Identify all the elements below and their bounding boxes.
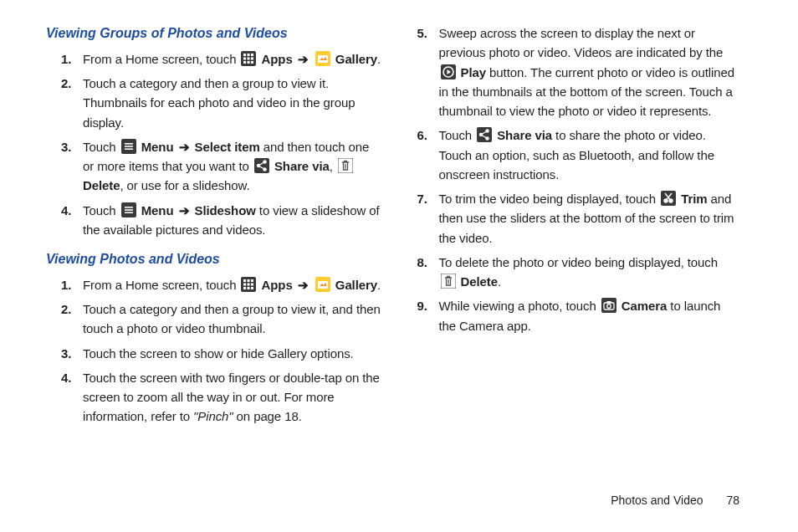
- svg-rect-37: [251, 287, 253, 289]
- svg-rect-32: [243, 283, 246, 285]
- pinch-reference: "Pinch": [193, 409, 233, 423]
- svg-rect-29: [243, 279, 246, 282]
- arrow-icon: ➔: [298, 52, 309, 66]
- text: ,: [330, 159, 336, 173]
- step-4: Touch Menu ➔ Slideshow to view a slidesh…: [83, 201, 384, 240]
- menu-icon: [121, 202, 136, 217]
- svg-rect-13: [125, 143, 133, 145]
- svg-point-18: [257, 164, 259, 166]
- svg-point-43: [486, 130, 489, 132]
- text: Touch: [83, 203, 116, 217]
- step-2: Touch a category and then a group to vie…: [83, 299, 384, 339]
- arrow-icon: ➔: [179, 140, 190, 154]
- step-7: To trim the video being displayed, touch…: [439, 189, 740, 248]
- play-icon: [441, 64, 456, 79]
- heading-viewing-photos: Viewing Photos and Videos: [46, 249, 384, 270]
- right-column: Sweep across the screen to display the n…: [402, 23, 740, 437]
- arrow-icon: ➔: [179, 203, 190, 217]
- menu-label: Menu: [141, 203, 174, 217]
- page-number: 78: [726, 494, 739, 507]
- share-via-label: Share via: [274, 159, 330, 173]
- svg-rect-35: [243, 287, 246, 289]
- svg-rect-31: [251, 279, 253, 282]
- text: Touch a category and then a group to vie…: [83, 302, 381, 335]
- step-3: Touch the screen to show or hide Gallery…: [83, 344, 384, 363]
- apps-label: Apps: [262, 52, 293, 66]
- slideshow-label: Slideshow: [195, 203, 256, 217]
- step-9: While viewing a photo, touch Camera to l…: [439, 296, 740, 335]
- svg-rect-9: [251, 61, 253, 64]
- gallery-label: Gallery: [335, 278, 377, 292]
- svg-point-44: [480, 134, 483, 136]
- menu-label: Menu: [141, 140, 174, 154]
- trim-label: Trim: [681, 192, 707, 206]
- steps-groups: From a Home screen, touch Apps ➔ Gallery…: [46, 49, 384, 239]
- heading-viewing-groups: Viewing Groups of Photos and Videos: [46, 23, 384, 44]
- svg-point-19: [263, 168, 266, 171]
- svg-rect-27: [125, 212, 133, 213]
- apps-grid-icon: [241, 277, 256, 292]
- svg-rect-36: [248, 287, 250, 289]
- apps-label: Apps: [262, 278, 293, 292]
- gallery-label: Gallery: [335, 52, 377, 66]
- svg-rect-15: [125, 148, 133, 150]
- text: Sweep across the screen to display the n…: [439, 26, 724, 59]
- text: From a Home screen, touch: [83, 278, 236, 292]
- svg-rect-1: [243, 54, 246, 56]
- step-6: Touch Share via to share the photo or vi…: [439, 125, 740, 184]
- text: Touch the screen to show or hide Gallery…: [83, 346, 354, 361]
- delete-label: Delete: [83, 178, 120, 192]
- step-1: From a Home screen, touch Apps ➔ Gallery…: [83, 275, 384, 294]
- delete-label: Delete: [461, 274, 498, 289]
- svg-rect-4: [243, 57, 246, 59]
- svg-point-45: [486, 137, 489, 140]
- left-column: Viewing Groups of Photos and Videos From…: [46, 23, 384, 437]
- gallery-icon: [315, 277, 330, 292]
- share-icon: [254, 158, 269, 173]
- text: on page 18.: [233, 409, 302, 423]
- svg-rect-26: [125, 209, 133, 211]
- apps-grid-icon: [241, 51, 256, 66]
- arrow-icon: ➔: [298, 278, 309, 292]
- text: While viewing a photo, touch: [439, 299, 596, 313]
- step-5: Sweep across the screen to display the n…: [439, 23, 740, 120]
- svg-rect-2: [248, 54, 250, 56]
- step-1: From a Home screen, touch Apps ➔ Gallery…: [83, 49, 384, 69]
- trim-icon: [661, 191, 676, 206]
- svg-rect-3: [251, 54, 253, 56]
- text: Touch: [83, 140, 116, 154]
- text: .: [498, 274, 501, 289]
- page-footer: Photos and Video 78: [611, 494, 739, 507]
- gallery-icon: [315, 51, 330, 66]
- step-2: Touch a category and then a group to vie…: [83, 74, 384, 132]
- text: .: [377, 278, 381, 292]
- text: To delete the photo or video being displ…: [439, 255, 718, 269]
- steps-photos: From a Home screen, touch Apps ➔ Gallery…: [46, 275, 384, 427]
- menu-icon: [121, 139, 136, 154]
- text: From a Home screen, touch: [83, 52, 236, 66]
- steps-continued: Sweep across the screen to display the n…: [402, 23, 740, 335]
- camera-label: Camera: [622, 299, 667, 313]
- text: , or use for a slideshow.: [120, 178, 249, 192]
- footer-section: Photos and Video: [611, 494, 703, 507]
- text: .: [377, 52, 381, 66]
- step-3: Touch Menu ➔ Select item and then touch …: [83, 137, 384, 196]
- svg-rect-25: [125, 207, 133, 208]
- svg-point-17: [263, 161, 266, 163]
- svg-rect-14: [125, 146, 133, 147]
- svg-rect-42: [477, 127, 492, 142]
- svg-rect-7: [243, 61, 246, 64]
- svg-rect-6: [251, 57, 253, 59]
- text: Touch: [439, 128, 473, 142]
- play-label: Play: [461, 65, 486, 79]
- svg-rect-34: [251, 283, 253, 285]
- text: Touch a category and then a group to vie…: [83, 76, 355, 130]
- svg-rect-16: [254, 158, 269, 173]
- svg-rect-33: [248, 283, 250, 285]
- select-item-label: Select item: [195, 140, 260, 154]
- svg-rect-8: [248, 61, 250, 64]
- svg-rect-57: [606, 301, 611, 304]
- share-via-label: Share via: [497, 128, 552, 142]
- delete-icon: [338, 158, 353, 173]
- text: To trim the video being displayed, touch: [439, 192, 657, 206]
